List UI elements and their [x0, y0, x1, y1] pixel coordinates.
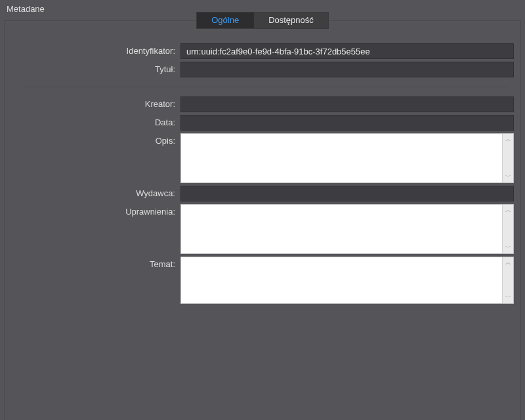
rights-wrap: ︿ ﹀	[180, 204, 514, 254]
scroll-down-icon[interactable]: ﹀	[503, 242, 513, 253]
label-creator: Kreator:	[5, 96, 180, 109]
row-identifier: Identyfikator:	[5, 43, 520, 59]
label-description: Opis:	[5, 133, 180, 146]
tabbar-wrap: Ogólne Dostępność	[5, 12, 520, 29]
label-identifier: Identyfikator:	[5, 43, 180, 56]
identifier-field[interactable]	[180, 43, 514, 59]
label-subject: Temat:	[5, 257, 180, 269]
metadata-fieldset: Ogólne Dostępność Identyfikator: Tytuł: …	[4, 20, 521, 420]
scroll-down-icon[interactable]: ﹀	[503, 171, 513, 182]
row-rights: Uprawnienia: ︿ ﹀	[5, 204, 520, 254]
scroll-up-icon[interactable]: ︿	[503, 257, 513, 268]
date-field[interactable]	[180, 115, 514, 131]
row-title: Tytuł:	[5, 62, 520, 77]
label-publisher: Wydawca:	[5, 186, 180, 198]
title-field[interactable]	[180, 62, 514, 77]
publisher-field[interactable]	[180, 186, 514, 201]
label-title: Tytuł:	[5, 62, 180, 74]
tab-accessibility[interactable]: Dostępność	[254, 12, 328, 28]
row-subject: Temat: ︿ ﹀	[5, 257, 520, 304]
label-date: Data:	[5, 115, 180, 127]
row-description: Opis: ︿ ﹀	[5, 133, 520, 183]
scroll-down-icon[interactable]: ﹀	[503, 292, 513, 303]
rights-field[interactable]	[181, 205, 502, 253]
scroll-up-icon[interactable]: ︿	[503, 134, 513, 145]
description-wrap: ︿ ﹀	[180, 133, 514, 183]
section-divider	[24, 87, 509, 87]
row-publisher: Wydawca:	[5, 186, 520, 201]
rights-scrollbar[interactable]: ︿ ﹀	[502, 205, 513, 253]
scroll-up-icon[interactable]: ︿	[503, 205, 513, 216]
row-date: Data:	[5, 115, 520, 131]
description-field[interactable]	[181, 134, 502, 182]
row-creator: Kreator:	[5, 96, 520, 112]
label-rights: Uprawnienia:	[5, 204, 180, 217]
tabbar: Ogólne Dostępność	[196, 12, 329, 29]
subject-field[interactable]	[181, 257, 502, 303]
subject-scrollbar[interactable]: ︿ ﹀	[502, 257, 513, 303]
subject-wrap: ︿ ﹀	[180, 257, 514, 304]
tab-general[interactable]: Ogólne	[197, 12, 254, 28]
tab-content-general: Identyfikator: Tytuł: Kreator: Data:	[5, 21, 520, 304]
creator-field[interactable]	[180, 96, 514, 112]
description-scrollbar[interactable]: ︿ ﹀	[502, 134, 513, 182]
